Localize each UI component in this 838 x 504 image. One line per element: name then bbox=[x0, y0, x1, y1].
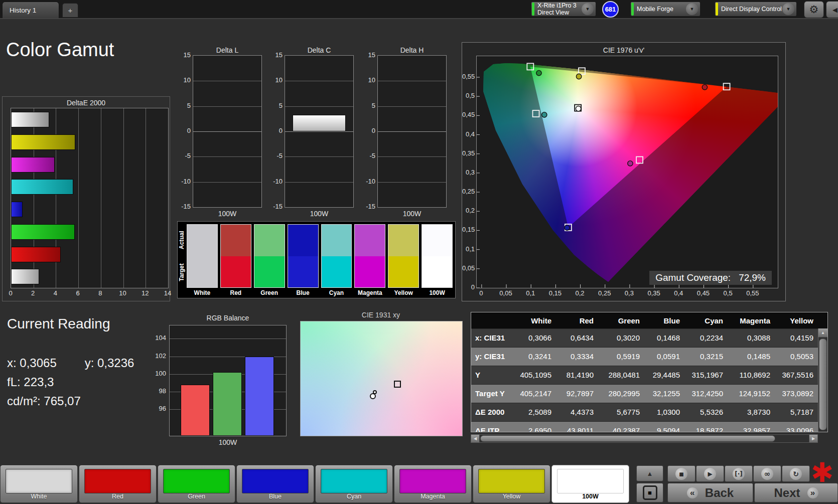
pattern-swatch bbox=[399, 469, 466, 493]
deltae-bar-red bbox=[11, 247, 61, 262]
target-swatch bbox=[254, 256, 285, 288]
table-cell: 4,4373 bbox=[556, 403, 599, 421]
table-cell: 0,4159 bbox=[775, 329, 818, 347]
y-tick-label: 0,2 bbox=[462, 207, 475, 214]
chart-title: DeltaE 2000 bbox=[3, 99, 170, 107]
pattern-button-100w[interactable]: 100W bbox=[551, 465, 629, 503]
pattern-button-white[interactable]: White bbox=[0, 465, 78, 503]
pattern-swatch bbox=[242, 469, 309, 493]
gear-icon: ⚙ bbox=[809, 4, 819, 16]
scroll-up-icon[interactable]: ▲ bbox=[818, 328, 827, 338]
pattern-window-button[interactable]: ■ bbox=[636, 483, 663, 502]
table-header-cell: Green bbox=[599, 312, 645, 328]
table-vertical-scrollbar[interactable]: ▲ bbox=[818, 328, 827, 432]
pattern-swatch bbox=[478, 469, 545, 493]
table-header-cell: Yellow bbox=[775, 312, 818, 328]
meter-count-badge[interactable]: 681 bbox=[602, 1, 619, 18]
back-button[interactable]: « Back bbox=[667, 483, 753, 502]
pattern-button-magenta[interactable]: Magenta bbox=[394, 465, 472, 503]
y-tick-label: 0 bbox=[271, 127, 283, 134]
actual-swatch bbox=[388, 225, 418, 256]
row-label: ΔE ITP bbox=[471, 422, 513, 432]
x-tick-label: 0 bbox=[9, 289, 12, 297]
reading-fl: fL: 223,3 bbox=[7, 375, 54, 389]
table-cell: 405,1095 bbox=[513, 366, 556, 384]
workflow-dropdown[interactable]: Mobile Forge ▼ bbox=[630, 2, 701, 17]
calibration-asterisk-icon: ✱ bbox=[811, 461, 833, 484]
add-tab-button[interactable]: + bbox=[62, 3, 78, 18]
measurement-table: WhiteRedGreenBlueCyanMagentaYellow x: CI… bbox=[471, 312, 828, 432]
pattern-button-label: Green bbox=[158, 493, 235, 500]
pattern-button-yellow[interactable]: Yellow bbox=[473, 465, 550, 503]
pattern-swatch bbox=[84, 469, 151, 493]
pattern-button-blue[interactable]: Blue bbox=[236, 465, 314, 503]
vertical-scroll-thumb[interactable] bbox=[819, 339, 827, 430]
pattern-button-label: Cyan bbox=[316, 493, 392, 500]
horizontal-scroll-thumb[interactable] bbox=[480, 435, 775, 442]
deltae-bar-100w bbox=[11, 112, 49, 127]
table-cell: 288,0481 bbox=[599, 366, 645, 384]
continuous-button[interactable]: ∞ bbox=[753, 465, 781, 482]
meter-dropdown[interactable]: X-Rite i1Pro 3 Direct View ▼ bbox=[531, 2, 596, 17]
measured-marker bbox=[373, 390, 377, 394]
refresh-button[interactable]: ↻ bbox=[782, 465, 810, 482]
pattern-button-cyan[interactable]: Cyan bbox=[315, 465, 393, 503]
range-button[interactable]: [·] bbox=[725, 465, 753, 482]
x-tick-label: 0,55 bbox=[746, 289, 759, 297]
up-arrow-icon: ▲ bbox=[647, 470, 653, 477]
table-cell: 0,3088 bbox=[728, 329, 775, 347]
device-control-dropdown[interactable]: Direct Display Control ▼ bbox=[715, 2, 797, 17]
back-label: Back bbox=[705, 486, 734, 500]
x-tick-label: 0,2 bbox=[576, 289, 585, 297]
actual-target-swatch-panel: Actual Target WhiteRedGreenBlueCyanMagen… bbox=[177, 221, 456, 298]
swatch-pair bbox=[187, 224, 218, 288]
table-cell: 2,5089 bbox=[513, 403, 556, 421]
y-tick-label: -10 bbox=[180, 178, 191, 185]
target-row-label: Target bbox=[178, 257, 186, 288]
meter-dropdown-label: X-Rite i1Pro 3 Direct View bbox=[535, 2, 582, 16]
pattern-up-button[interactable]: ▲ bbox=[636, 465, 663, 481]
pattern-button-red[interactable]: Red bbox=[79, 465, 157, 503]
gridline bbox=[378, 182, 446, 183]
gridline bbox=[285, 106, 353, 107]
settings-button[interactable]: ⚙ bbox=[804, 1, 824, 18]
table-cell: 32,1255 bbox=[645, 385, 685, 403]
tab-label: History 1 bbox=[10, 7, 36, 14]
swatch-pair bbox=[354, 224, 385, 288]
swatch-label: Red bbox=[220, 288, 251, 297]
scroll-right-icon[interactable]: ▶ bbox=[809, 435, 817, 442]
table-header-cell: Cyan bbox=[685, 312, 728, 328]
swatch-column-yellow: Yellow bbox=[388, 224, 419, 297]
gridline bbox=[285, 81, 353, 81]
pattern-button-green[interactable]: Green bbox=[158, 465, 235, 503]
cie1976-markers-overlay bbox=[477, 56, 778, 288]
y-tick-label: 0,5 bbox=[462, 92, 475, 99]
stop-button[interactable]: ■ bbox=[667, 465, 695, 482]
swatch-label: 100W bbox=[422, 288, 453, 297]
window-square-icon: ■ bbox=[643, 485, 657, 500]
rgb-bar-red bbox=[181, 385, 210, 436]
play-button[interactable]: ▶ bbox=[696, 465, 724, 482]
y-tick-label: 0,05 bbox=[462, 264, 475, 272]
scroll-left-icon[interactable]: ◀ bbox=[471, 435, 480, 442]
infinity-icon: ∞ bbox=[761, 468, 773, 480]
y-tick-label: -15 bbox=[180, 203, 191, 210]
y-tick-label: 102 bbox=[153, 352, 166, 360]
gridline bbox=[193, 156, 261, 157]
swatch-label: Yellow bbox=[388, 288, 419, 297]
target-marker bbox=[394, 381, 401, 388]
collapse-panel-button[interactable]: ◀ bbox=[826, 1, 838, 18]
tab-history-1[interactable]: History 1 bbox=[2, 2, 59, 18]
y-tick-label: 10 bbox=[180, 76, 191, 84]
x-tick-label: 0,1 bbox=[526, 289, 535, 297]
meter-status-bar bbox=[532, 3, 534, 16]
pattern-button-label: Yellow bbox=[473, 493, 550, 500]
pattern-swatch bbox=[163, 469, 230, 493]
gridline bbox=[101, 108, 101, 288]
rgb-bar-blue bbox=[245, 357, 274, 436]
table-cell: 0,0591 bbox=[645, 348, 685, 366]
delta-h-plot-area bbox=[377, 55, 447, 208]
y-tick-label: 10 bbox=[271, 76, 283, 84]
table-horizontal-scrollbar[interactable]: ◀ ▶ bbox=[471, 434, 818, 443]
target-swatch bbox=[288, 256, 318, 288]
